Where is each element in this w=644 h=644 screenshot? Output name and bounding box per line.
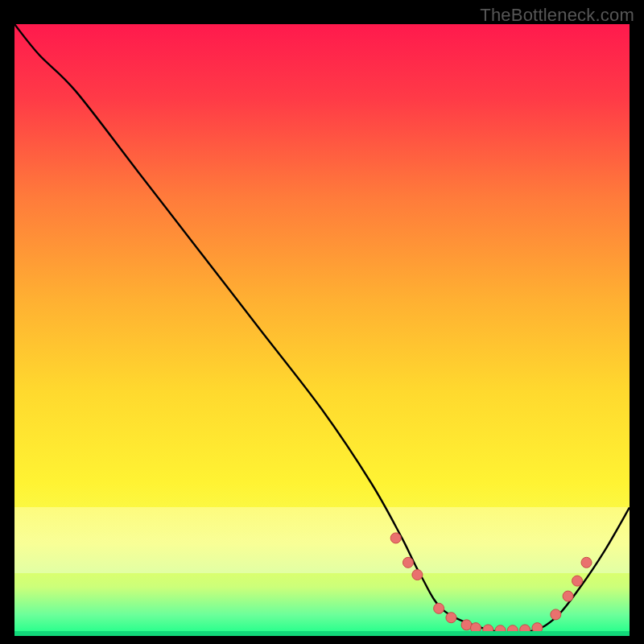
data-point [563,591,573,601]
data-point [581,557,592,568]
data-point [412,570,423,580]
data-point [572,576,583,586]
highlight-band [14,507,630,573]
data-point [390,533,401,543]
data-point [551,609,561,620]
data-point [434,603,444,613]
data-point [402,557,413,568]
watermark-text: TheBottleneck.com [480,5,634,26]
chart-container: TheBottleneck.com [0,0,644,644]
data-point [446,613,456,623]
bottleneck-chart [14,24,630,636]
